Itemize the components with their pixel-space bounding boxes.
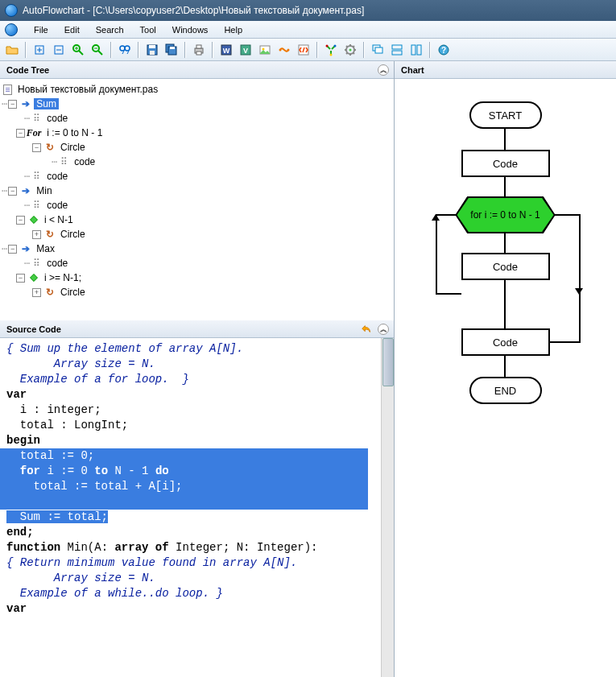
- flow-label: START: [489, 109, 522, 122]
- flow-line: [436, 293, 461, 295]
- tree-item[interactable]: ⋯⠿code: [2, 198, 392, 213]
- code-tree-header: Code Tree ︽: [0, 61, 394, 79]
- tree-item[interactable]: −↻Circle: [2, 140, 392, 155]
- tree-item[interactable]: ⋯−➔Max: [2, 241, 392, 256]
- layout-tile-v-button[interactable]: [407, 41, 425, 59]
- menu-search[interactable]: Search: [88, 23, 132, 36]
- tree-item[interactable]: ⋯⠿code: [2, 111, 392, 126]
- export-svg-button[interactable]: [275, 41, 293, 59]
- options-button[interactable]: [341, 41, 359, 59]
- app-menu-icon: [5, 23, 18, 36]
- tree-item[interactable]: ⋯− ➔ Sum: [2, 97, 392, 111]
- undo-icon[interactable]: [360, 323, 373, 336]
- menu-help[interactable]: Help: [216, 23, 250, 36]
- separator: [429, 42, 431, 58]
- scrollbar-thumb[interactable]: [382, 338, 394, 386]
- tree-label: code: [44, 171, 70, 182]
- flow-end[interactable]: END: [469, 377, 542, 404]
- separator: [138, 42, 139, 58]
- zoom-in-button[interactable]: [69, 41, 87, 59]
- separator: [25, 42, 27, 58]
- tree-item[interactable]: +↻Circle: [2, 285, 392, 299]
- tree-item[interactable]: +↻Circle: [2, 227, 392, 241]
- find-button[interactable]: [116, 41, 134, 59]
- flow-start[interactable]: START: [469, 101, 542, 129]
- flow-line: [504, 129, 506, 150]
- tree-item[interactable]: ⋯−➔Min: [2, 184, 392, 198]
- export-xml-button[interactable]: [295, 41, 312, 59]
- save-all-button[interactable]: [163, 41, 180, 59]
- tree-label: i >= N-1;: [42, 272, 84, 283]
- toggle-icon[interactable]: −: [8, 100, 17, 109]
- tree-item[interactable]: −i < N-1: [2, 213, 392, 227]
- layout-tile-h-button[interactable]: [388, 41, 406, 59]
- flow-label: Code: [493, 336, 518, 349]
- zoom-out-button[interactable]: [89, 41, 106, 59]
- export-image-button[interactable]: [256, 41, 274, 59]
- toggle-icon[interactable]: −: [32, 143, 41, 152]
- menu-windows[interactable]: Windows: [164, 23, 217, 36]
- open-button[interactable]: [3, 41, 21, 59]
- tree-label: Min: [34, 185, 54, 196]
- menu-edit[interactable]: Edit: [56, 23, 88, 36]
- toggle-icon[interactable]: −: [16, 129, 25, 138]
- toggle-icon[interactable]: +: [32, 288, 41, 297]
- flow-label: for i := 0 to N - 1: [470, 209, 540, 221]
- expand-button[interactable]: [31, 41, 48, 59]
- svg-rect-11: [170, 47, 175, 49]
- svg-rect-34: [417, 45, 421, 55]
- settings-button[interactable]: [322, 41, 340, 59]
- svg-text:V: V: [243, 47, 248, 55]
- tree-item[interactable]: ⋯⠿code: [2, 169, 392, 184]
- svg-point-25: [334, 44, 337, 47]
- export-word-button[interactable]: W: [217, 41, 235, 59]
- svg-rect-8: [150, 51, 155, 55]
- chart-area[interactable]: START Code for i := 0 to N - 1 Code Code…: [395, 79, 616, 677]
- flow-code1[interactable]: Code: [461, 150, 550, 177]
- svg-point-22: [287, 48, 290, 51]
- save-button[interactable]: [143, 41, 161, 59]
- toggle-icon[interactable]: +: [32, 230, 41, 239]
- layout-cascade-button[interactable]: [369, 41, 387, 59]
- svg-point-21: [279, 48, 282, 51]
- code-tree[interactable]: Новый текстовый документ.pas ⋯− ➔ Sum ⋯⠿…: [0, 79, 394, 320]
- code-tree-title: Code Tree: [6, 65, 49, 75]
- flow-line: [504, 356, 506, 377]
- help-button[interactable]: ?: [435, 41, 453, 59]
- source-header: Source Code ︽: [0, 320, 394, 338]
- export-visio-button[interactable]: V: [237, 41, 254, 59]
- tree-item[interactable]: ⋯⠿code: [2, 256, 392, 270]
- tree-root[interactable]: Новый текстовый документ.pas: [2, 82, 392, 97]
- tree-item[interactable]: ⋯⠿code: [2, 155, 392, 169]
- print-button[interactable]: [190, 41, 208, 59]
- system-menu-icon[interactable]: [3, 22, 26, 38]
- collapse-icon[interactable]: ︽: [378, 324, 389, 335]
- collapse-icon[interactable]: ︽: [378, 64, 389, 76]
- toggle-icon[interactable]: −: [8, 245, 17, 254]
- flow-line: [504, 280, 506, 328]
- source-code[interactable]: { Sum up the element of array A[N]. Arra…: [0, 338, 394, 677]
- menu-file[interactable]: File: [26, 23, 56, 36]
- flow-loop[interactable]: for i := 0 to N - 1: [457, 198, 554, 232]
- toolbar: W V ?: [0, 39, 616, 61]
- arrowhead-icon: [432, 214, 440, 221]
- flow-code2[interactable]: Code: [461, 253, 550, 280]
- separator: [184, 42, 186, 58]
- flow-code3[interactable]: Code: [461, 328, 550, 356]
- chart-title: Chart: [401, 65, 424, 75]
- scrollbar[interactable]: [381, 338, 394, 677]
- toggle-icon[interactable]: −: [8, 187, 17, 196]
- svg-rect-13: [196, 45, 201, 48]
- toggle-icon[interactable]: −: [16, 274, 25, 283]
- tree-item[interactable]: −For i := 0 to N - 1: [2, 126, 392, 140]
- collapse-button[interactable]: [50, 41, 68, 59]
- tree-item[interactable]: −i >= N-1;: [2, 270, 392, 285]
- menubar: File Edit Search Tool Windows Help: [0, 21, 616, 39]
- code-icon: ⠿: [31, 113, 42, 124]
- loop-icon: ↻: [44, 142, 56, 153]
- tree-label: code: [72, 156, 97, 167]
- separator: [110, 42, 112, 58]
- tree-label: code: [44, 113, 70, 124]
- toggle-icon[interactable]: −: [16, 216, 25, 225]
- menu-tool[interactable]: Tool: [132, 23, 164, 36]
